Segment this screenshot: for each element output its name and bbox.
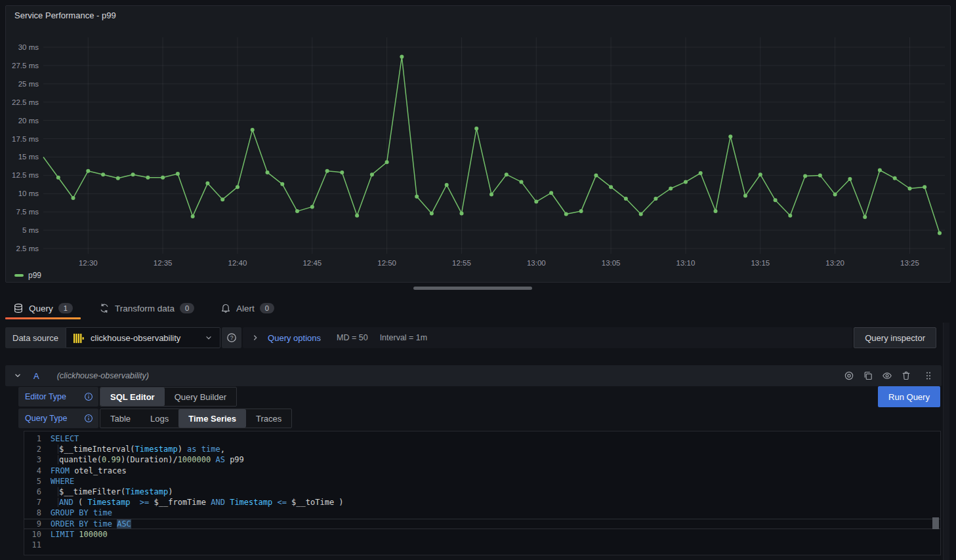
legend-series-label[interactable]: p99	[28, 271, 41, 280]
tab-count-badge: 1	[58, 303, 73, 313]
code-text: $__timeInterval(Timestamp) as time,	[41, 444, 940, 454]
run-query-button[interactable]: Run Query	[878, 386, 940, 407]
horizontal-scrollbar-thumb[interactable]	[413, 287, 532, 290]
svg-text:22.5 ms: 22.5 ms	[12, 98, 39, 106]
sql-line-9[interactable]: 9ORDER BY time ASC	[24, 519, 940, 529]
line-number: 8	[30, 508, 41, 518]
query-ref-id: A	[33, 371, 39, 381]
sql-line-6[interactable]: 6$__timeFilter(Timestamp)	[24, 487, 940, 497]
sql-line-1[interactable]: 1SELECT	[24, 433, 940, 444]
svg-text:?: ?	[230, 334, 234, 341]
query-options-link[interactable]: Query options	[268, 333, 321, 343]
editor-type-option-query-builder[interactable]: Query Builder	[165, 388, 236, 406]
collapse-chevron-down-icon[interactable]	[13, 371, 22, 380]
editor-type-label-text: Editor Type	[25, 392, 66, 401]
query-row-datasource: (clickhouse-observability)	[57, 371, 149, 380]
sql-code: 1SELECT2$__timeInterval(Timestamp) as ti…	[24, 433, 940, 550]
svg-text:30 ms: 30 ms	[18, 43, 39, 51]
query-type-label: Query Type	[18, 409, 98, 428]
sql-line-10[interactable]: 10LIMIT 100000	[24, 529, 940, 540]
svg-text:27.5 ms: 27.5 ms	[12, 62, 39, 70]
help-circle-icon: ?	[226, 332, 237, 343]
sql-editor[interactable]: 1SELECT2$__timeInterval(Timestamp) as ti…	[24, 431, 941, 555]
line-number: 3	[30, 454, 41, 465]
svg-text:15 ms: 15 ms	[18, 153, 39, 161]
tab-bar: Query1Transform data0Alert0	[5, 297, 293, 319]
tab-transform-data[interactable]: Transform data0	[91, 297, 202, 319]
query-type-option-traces[interactable]: Traces	[246, 409, 291, 428]
query-row-header[interactable]: A (clickhouse-observability)	[5, 365, 942, 386]
tab-label: Alert	[236, 304, 255, 313]
sql-line-3[interactable]: 3quantile(0.99)(Duration)/1000000 AS p99	[24, 454, 940, 465]
query-row-actions	[844, 370, 934, 381]
tab-label: Query	[29, 304, 53, 313]
svg-text:10 ms: 10 ms	[18, 190, 39, 197]
timeseries-chart[interactable]: 2.5 ms5 ms7.5 ms10 ms12.5 ms15 ms17.5 ms…	[6, 26, 950, 272]
svg-text:12:30: 12:30	[79, 259, 98, 267]
tab-alert[interactable]: Alert0	[213, 297, 282, 319]
line-number: 5	[30, 476, 41, 487]
line-number: 7	[30, 497, 41, 508]
line-number: 10	[30, 529, 41, 540]
query-type-option-time-series[interactable]: Time Series	[178, 409, 246, 428]
sql-line-7[interactable]: 7AND ( Timestamp >= $__fromTime AND Time…	[24, 497, 940, 508]
editor-type-option-sql-editor[interactable]: SQL Editor	[100, 388, 165, 406]
datasource-help-button[interactable]: ?	[222, 327, 241, 348]
code-text: quantile(0.99)(Duration)/1000000 AS p99	[41, 454, 940, 465]
angle-right-icon	[251, 333, 260, 342]
trash-icon[interactable]	[901, 370, 911, 381]
query-options-bar[interactable]: Query options MD = 50 Interval = 1m	[243, 327, 852, 348]
line-number: 2	[30, 444, 41, 454]
sql-line-11[interactable]: 11	[24, 540, 940, 550]
svg-text:12:45: 12:45	[302, 259, 322, 267]
chevron-down-icon	[204, 333, 213, 342]
svg-text:12.5 ms: 12.5 ms	[12, 171, 39, 179]
legend: p99	[14, 271, 41, 280]
database-icon	[13, 303, 24, 313]
editor-type-label: Editor Type	[18, 387, 98, 407]
query-options-interval: Interval = 1m	[380, 333, 428, 342]
code-text	[41, 540, 940, 550]
legend-series-swatch-icon	[14, 274, 24, 277]
query-inspector-button[interactable]: Query inspector	[854, 327, 936, 348]
code-text: ORDER BY time ASC	[41, 519, 940, 529]
info-circle-icon[interactable]	[84, 392, 93, 401]
svg-text:20 ms: 20 ms	[18, 117, 39, 125]
svg-text:13:25: 13:25	[900, 259, 919, 267]
code-text: $__timeFilter(Timestamp)	[41, 487, 940, 497]
query-type-group: TableLogsTime SeriesTraces	[100, 409, 292, 428]
svg-text:17.5 ms: 17.5 ms	[12, 135, 39, 143]
sql-line-8[interactable]: 8GROUP BY time	[24, 508, 940, 518]
editor-type-group: SQL EditorQuery Builder	[100, 387, 237, 407]
code-text: LIMIT 100000	[41, 529, 940, 540]
grafana-panel-editor: Service Performance - p99 2.5 ms5 ms7.5 …	[0, 0, 956, 560]
pane-scrollbar-track[interactable]	[943, 323, 949, 560]
tab-query[interactable]: Query1	[5, 297, 81, 319]
sql-line-4[interactable]: 4FROM otel_traces	[24, 466, 940, 476]
code-text: SELECT	[41, 433, 940, 444]
tab-count-badge: 0	[260, 303, 274, 313]
datasource-bar: Data source clickhouse-observability ?	[5, 327, 936, 348]
svg-text:13:20: 13:20	[825, 259, 844, 267]
code-text: WHERE	[41, 476, 940, 487]
line-number: 11	[30, 540, 41, 550]
code-text: GROUP BY time	[41, 508, 940, 518]
datasource-picker[interactable]: clickhouse-observability	[66, 327, 220, 348]
eye-icon[interactable]	[882, 370, 892, 381]
svg-text:25 ms: 25 ms	[18, 80, 39, 88]
sql-line-2[interactable]: 2$__timeInterval(Timestamp) as time,	[24, 444, 940, 454]
info-circle-icon[interactable]	[84, 414, 93, 423]
query-type-option-logs[interactable]: Logs	[140, 409, 178, 428]
sql-line-5[interactable]: 5WHERE	[24, 476, 940, 487]
query-type-option-table[interactable]: Table	[100, 409, 140, 428]
svg-text:13:15: 13:15	[751, 259, 770, 267]
clickhouse-logo-icon	[73, 332, 85, 344]
duplicate-icon[interactable]	[863, 370, 873, 381]
editor-scrollbar-thumb[interactable]	[932, 517, 939, 529]
line-number: 1	[30, 433, 41, 444]
datasource-label: Data source	[5, 327, 66, 348]
drag-handle-icon[interactable]	[923, 370, 934, 381]
record-icon[interactable]	[844, 370, 854, 381]
query-type-label-text: Query Type	[25, 414, 67, 423]
svg-text:13:05: 13:05	[602, 259, 621, 267]
